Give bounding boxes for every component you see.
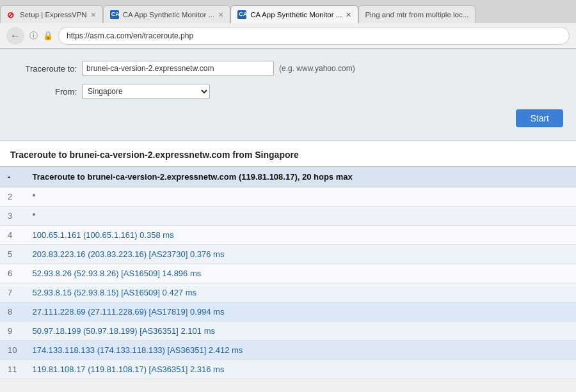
- col-header-data: Traceroute to brunei-ca-version-2.expres…: [24, 167, 576, 187]
- trace-table-body: 2*3*4100.65.1.161 (100.65.1.161) 0.358 m…: [0, 187, 576, 379]
- col-header-hop: -: [0, 167, 24, 187]
- tab-ca-active[interactable]: CA CA App Synthetic Monitor ... ×: [230, 5, 358, 23]
- hop-data: *: [24, 207, 576, 226]
- table-row: 652.93.8.26 (52.93.8.26) [AS16509] 14.89…: [0, 264, 576, 283]
- table-row: 4100.65.1.161 (100.65.1.161) 0.358 ms: [0, 226, 576, 245]
- hop-data: *: [24, 187, 576, 207]
- tab-label-ca-active: CA App Synthetic Monitor ...: [250, 11, 342, 19]
- hop-number: 10: [0, 341, 24, 360]
- hop-number: 8: [0, 302, 24, 322]
- table-row: 3*: [0, 207, 576, 226]
- results-title: Traceroute to brunei-ca-version-2.expres…: [0, 141, 576, 166]
- traceroute-row: Traceroute to: (e.g. www.yahoo.com): [13, 61, 563, 76]
- traceroute-label: Traceroute to:: [13, 64, 77, 74]
- trace-table: - Traceroute to brunei-ca-version-2.expr…: [0, 166, 576, 379]
- tab-label-ca-inactive: CA App Synthetic Monitor ...: [123, 11, 214, 19]
- tab-close-ca-active[interactable]: ×: [346, 10, 351, 19]
- hop-number: 9: [0, 322, 24, 341]
- hop-data: 119.81.108.17 (119.81.108.17) [AS36351] …: [24, 360, 576, 379]
- hop-number: 11: [0, 360, 24, 379]
- hop-number: 3: [0, 207, 24, 226]
- form-section: Traceroute to: (e.g. www.yahoo.com) From…: [0, 49, 576, 141]
- tab-label-expressvpn: Setup | ExpressVPN: [20, 11, 87, 19]
- hop-number: 2: [0, 187, 24, 207]
- tab-expressvpn[interactable]: ⊘ Setup | ExpressVPN ×: [0, 5, 103, 23]
- hop-data: 174.133.118.133 (174.133.118.133) [AS363…: [24, 341, 576, 360]
- hop-data: 50.97.18.199 (50.97.18.199) [AS36351] 2.…: [24, 322, 576, 341]
- table-subtitle: Traceroute to brunei-ca-version-2.expres…: [32, 172, 352, 182]
- tab-favicon-ca-active: CA: [237, 10, 246, 19]
- hop-data: 100.65.1.161 (100.65.1.161) 0.358 ms: [24, 226, 576, 245]
- tab-bar: ⊘ Setup | ExpressVPN × CA CA App Synthet…: [0, 0, 576, 23]
- back-icon: ←: [10, 30, 20, 42]
- table-row: 10174.133.118.133 (174.133.118.133) [AS3…: [0, 341, 576, 360]
- hop-data: 27.111.228.69 (27.111.228.69) [AS17819] …: [24, 302, 576, 322]
- hop-data: 52.93.8.15 (52.93.8.15) [AS16509] 0.427 …: [24, 283, 576, 302]
- tab-label-ping-mtr: Ping and mtr from multiple loc...: [365, 11, 469, 19]
- start-button[interactable]: Start: [516, 109, 563, 127]
- traceroute-input[interactable]: [82, 61, 274, 76]
- info-icon[interactable]: ⓘ: [29, 30, 38, 42]
- lock-icon: 🔒: [43, 31, 53, 40]
- table-header-row: - Traceroute to brunei-ca-version-2.expr…: [0, 167, 576, 187]
- tab-close-ca-inactive[interactable]: ×: [218, 10, 223, 19]
- form-actions: Start: [13, 107, 563, 127]
- hop-data: 52.93.8.26 (52.93.8.26) [AS16509] 14.896…: [24, 264, 576, 283]
- table-row: 2*: [0, 187, 576, 207]
- back-button[interactable]: ←: [6, 27, 24, 45]
- traceroute-hint: (e.g. www.yahoo.com): [279, 64, 355, 73]
- table-row: 752.93.8.15 (52.93.8.15) [AS16509] 0.427…: [0, 283, 576, 302]
- from-row: From: Singapore: [13, 84, 563, 99]
- table-row: 950.97.18.199 (50.97.18.199) [AS36351] 2…: [0, 322, 576, 341]
- hop-number: 5: [0, 245, 24, 264]
- address-bar: ← ⓘ 🔒: [0, 23, 576, 49]
- results-section: Traceroute to brunei-ca-version-2.expres…: [0, 141, 576, 379]
- hop-number: 7: [0, 283, 24, 302]
- page-content: Traceroute to: (e.g. www.yahoo.com) From…: [0, 49, 576, 379]
- hop-number: 6: [0, 264, 24, 283]
- tab-favicon-ca-inactive: CA: [110, 10, 119, 19]
- table-row: 827.111.228.69 (27.111.228.69) [AS17819]…: [0, 302, 576, 322]
- tab-favicon-expressvpn: ⊘: [7, 10, 16, 19]
- table-row: 5203.83.223.16 (203.83.223.16) [AS23730]…: [0, 245, 576, 264]
- tab-ping-mtr[interactable]: Ping and mtr from multiple loc...: [358, 5, 476, 23]
- table-row: 11119.81.108.17 (119.81.108.17) [AS36351…: [0, 360, 576, 379]
- url-input[interactable]: [58, 27, 570, 45]
- from-select[interactable]: Singapore: [82, 84, 210, 99]
- browser-chrome: ⊘ Setup | ExpressVPN × CA CA App Synthet…: [0, 0, 576, 49]
- tab-close-expressvpn[interactable]: ×: [91, 10, 96, 19]
- tab-ca-inactive[interactable]: CA CA App Synthetic Monitor ... ×: [103, 5, 230, 23]
- from-label: From:: [13, 87, 77, 97]
- hop-data: 203.83.223.16 (203.83.223.16) [AS23730] …: [24, 245, 576, 264]
- hop-number: 4: [0, 226, 24, 245]
